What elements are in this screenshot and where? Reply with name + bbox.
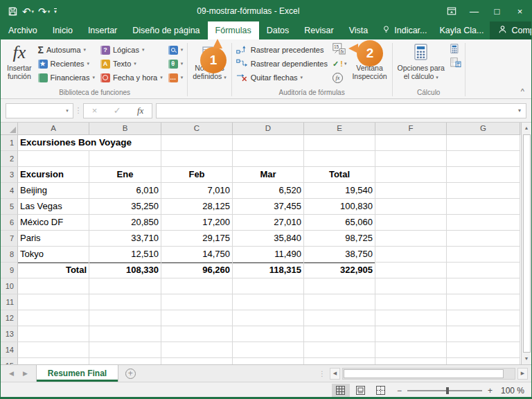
cell-G13[interactable] [447, 326, 520, 342]
cancel-icon[interactable]: × [92, 105, 98, 116]
cell-A4[interactable]: Beijing [18, 183, 89, 199]
row-header-15[interactable]: 15 [1, 358, 18, 364]
column-header-F[interactable]: F [375, 123, 447, 135]
cell-B10[interactable] [89, 278, 161, 294]
cell-F11[interactable] [375, 294, 447, 310]
horizontal-scroll-thumb[interactable] [344, 369, 504, 378]
name-box[interactable]: ▾ [6, 103, 73, 118]
cell-E15[interactable] [304, 358, 375, 364]
cell-E14[interactable] [304, 342, 375, 358]
cell-F15[interactable] [375, 358, 447, 364]
cell-C10[interactable] [161, 278, 233, 294]
cell-A12[interactable] [18, 310, 89, 326]
more-functions-button[interactable]: …▾ [166, 71, 186, 85]
hscroll-left-icon[interactable]: ◀ [330, 368, 340, 380]
cell-D1[interactable] [233, 135, 304, 151]
cell-C3[interactable]: Feb [161, 167, 233, 183]
cell-E6[interactable]: 65,060 [304, 215, 375, 231]
cell-D7[interactable]: 35,840 [233, 231, 304, 247]
row-header-2[interactable]: 2 [1, 151, 18, 167]
row-header-5[interactable]: 5 [1, 199, 18, 215]
cell-A6[interactable]: México DF [18, 215, 89, 231]
zoom-out-icon[interactable]: − [397, 386, 402, 396]
tab-formulas[interactable]: Fórmulas [208, 21, 259, 39]
cell-F7[interactable] [375, 231, 447, 247]
cell-D11[interactable] [233, 294, 304, 310]
tab-revisar[interactable]: Revisar [296, 21, 341, 39]
cell-B12[interactable] [89, 310, 161, 326]
cell-D12[interactable] [233, 310, 304, 326]
normal-view-button[interactable] [332, 384, 350, 397]
cell-C5[interactable]: 28,125 [161, 199, 233, 215]
cell-E9[interactable]: 322,905 [304, 263, 375, 278]
cell-E4[interactable]: 19,540 [304, 183, 375, 199]
cell-G8[interactable] [447, 247, 520, 263]
scroll-down-icon[interactable]: ▼ [524, 353, 529, 364]
cell-F10[interactable] [375, 278, 447, 294]
formula-bar-expand-icon[interactable]: ▾ [513, 107, 526, 114]
formula-bar-splitter[interactable]: ⋮ [73, 106, 83, 115]
cell-D6[interactable]: 27,010 [233, 215, 304, 231]
collapse-ribbon-icon[interactable]: ^ [521, 87, 524, 96]
hscroll-right-icon[interactable]: ▶ [517, 368, 528, 380]
financial-functions-button[interactable]: Financieras▾ [35, 71, 98, 85]
page-layout-view-button[interactable] [352, 384, 370, 397]
cell-B14[interactable] [89, 342, 161, 358]
cell-A7[interactable]: Paris [18, 231, 89, 247]
lookup-functions-button[interactable]: ▾ [166, 43, 186, 57]
cell-A9[interactable]: Total [18, 263, 89, 278]
ribbon-display-options-icon[interactable] [440, 1, 463, 21]
zoom-level[interactable]: 100 % [498, 386, 524, 396]
account-name[interactable]: Kayla Cla... [434, 21, 490, 39]
cell-E13[interactable] [304, 326, 375, 342]
tab-archivo[interactable]: Archivo [1, 21, 45, 39]
sheet-nav-prev-icon[interactable]: ◀ [9, 370, 14, 377]
cell-B6[interactable]: 20,850 [89, 215, 161, 231]
text-functions-button[interactable]: ATexto▾ [98, 57, 166, 71]
evaluate-formula-button[interactable]: fx [330, 71, 345, 85]
cell-D13[interactable] [233, 326, 304, 342]
trace-dependents-button[interactable]: Rastrear dependientes [233, 57, 330, 71]
sheet-nav-next-icon[interactable]: ▶ [23, 370, 28, 377]
redo-dropdown-icon[interactable]: ▾ [48, 9, 51, 14]
cell-F12[interactable] [375, 310, 447, 326]
cell-F8[interactable] [375, 247, 447, 263]
row-header-7[interactable]: 7 [1, 231, 18, 247]
row-header-4[interactable]: 4 [1, 183, 18, 199]
redo-button[interactable]: ↷▾ [38, 6, 50, 17]
cell-E8[interactable]: 38,750 [304, 247, 375, 263]
cell-C2[interactable] [161, 151, 233, 167]
column-header-D[interactable]: D [233, 123, 304, 135]
page-break-preview-button[interactable] [372, 384, 390, 397]
cell-C4[interactable]: 7,010 [161, 183, 233, 199]
cell-G3[interactable] [447, 167, 520, 183]
vertical-scroll-thumb[interactable] [523, 134, 531, 353]
horizontal-scrollbar[interactable] [342, 368, 515, 380]
undo-button[interactable]: ↶▾ [22, 6, 34, 17]
column-header-G[interactable]: G [447, 123, 520, 135]
undo-dropdown-icon[interactable]: ▾ [32, 9, 35, 14]
cell-A1[interactable]: Excursiones Bon Voyage [18, 135, 161, 151]
cell-B7[interactable]: 33,710 [89, 231, 161, 247]
zoom-slider[interactable] [407, 390, 482, 391]
cell-C6[interactable]: 17,200 [161, 215, 233, 231]
cell-G9[interactable] [447, 263, 520, 278]
datetime-functions-button[interactable]: Fecha y hora▾ [98, 71, 166, 85]
cell-C15[interactable] [161, 358, 233, 364]
error-checking-button[interactable]: ✓!▾ [330, 57, 348, 71]
autosum-button[interactable]: ΣAutosuma▾ [35, 43, 98, 57]
cell-E1[interactable] [304, 135, 375, 151]
cell-A15[interactable] [18, 358, 89, 364]
cell-E7[interactable]: 98,725 [304, 231, 375, 247]
insert-function-fx-icon[interactable]: fx [137, 105, 143, 116]
cell-F2[interactable] [375, 151, 447, 167]
row-header-14[interactable]: 14 [1, 342, 18, 358]
sheet-tab-resumen-final[interactable]: Resumen Final [36, 365, 118, 382]
share-button[interactable]: Compartir [490, 21, 532, 39]
cell-D4[interactable]: 6,520 [233, 183, 304, 199]
row-header-1[interactable]: 1 [1, 135, 18, 151]
row-header-8[interactable]: 8 [1, 247, 18, 263]
cell-A14[interactable] [18, 342, 89, 358]
cell-F1[interactable] [375, 135, 447, 151]
tab-insertar[interactable]: Insertar [80, 21, 125, 39]
